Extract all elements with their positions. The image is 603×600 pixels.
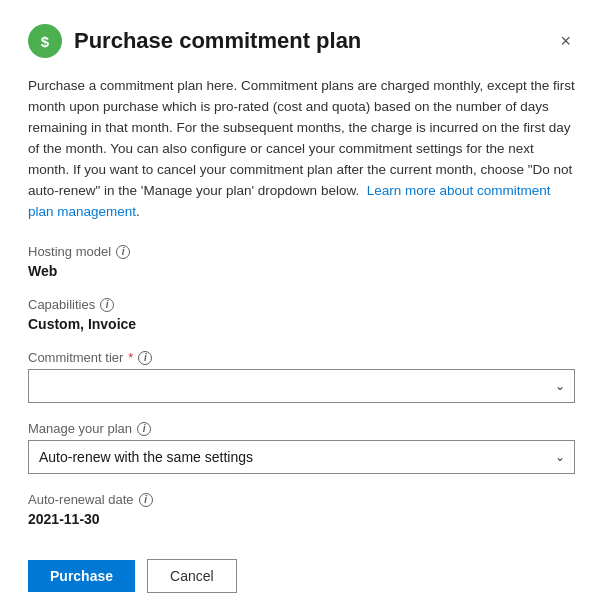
cancel-button[interactable]: Cancel: [147, 559, 237, 593]
manage-plan-group: Manage your plan i Auto-renew with the s…: [28, 421, 575, 474]
dialog-header: $ Purchase commitment plan ×: [28, 24, 575, 58]
icon-label: $: [41, 33, 49, 50]
auto-renewal-date-info-icon[interactable]: i: [139, 493, 153, 507]
auto-renewal-date-value: 2021-11-30: [28, 511, 575, 527]
hosting-model-group: Hosting model i Web: [28, 244, 575, 279]
manage-plan-select-wrapper: Auto-renew with the same settings Do not…: [28, 440, 575, 474]
hosting-model-value: Web: [28, 263, 575, 279]
manage-plan-info-icon[interactable]: i: [137, 422, 151, 436]
manage-plan-label: Manage your plan i: [28, 421, 575, 436]
close-button[interactable]: ×: [556, 28, 575, 54]
commitment-tier-group: Commitment tier * i ⌄: [28, 350, 575, 403]
capabilities-label: Capabilities i: [28, 297, 575, 312]
auto-renewal-date-label: Auto-renewal date i: [28, 492, 575, 507]
auto-renewal-date-group: Auto-renewal date i 2021-11-30: [28, 492, 575, 527]
commitment-tier-info-icon[interactable]: i: [138, 351, 152, 365]
commitment-tier-select[interactable]: [28, 369, 575, 403]
capabilities-value: Custom, Invoice: [28, 316, 575, 332]
capabilities-group: Capabilities i Custom, Invoice: [28, 297, 575, 332]
required-marker: *: [128, 350, 133, 365]
dialog-footer: Purchase Cancel: [28, 559, 575, 593]
purchase-button[interactable]: Purchase: [28, 560, 135, 592]
dialog-icon: $: [28, 24, 62, 58]
purchase-commitment-dialog: $ Purchase commitment plan × Purchase a …: [0, 0, 603, 600]
manage-plan-select[interactable]: Auto-renew with the same settings Do not…: [28, 440, 575, 474]
dialog-title: Purchase commitment plan: [74, 28, 361, 54]
hosting-model-info-icon[interactable]: i: [116, 245, 130, 259]
description-body: Purchase a commitment plan here. Commitm…: [28, 78, 575, 198]
capabilities-info-icon[interactable]: i: [100, 298, 114, 312]
description-text: Purchase a commitment plan here. Commitm…: [28, 76, 575, 222]
commitment-tier-select-wrapper: ⌄: [28, 369, 575, 403]
header-left: $ Purchase commitment plan: [28, 24, 361, 58]
commitment-tier-label: Commitment tier * i: [28, 350, 575, 365]
hosting-model-label: Hosting model i: [28, 244, 575, 259]
